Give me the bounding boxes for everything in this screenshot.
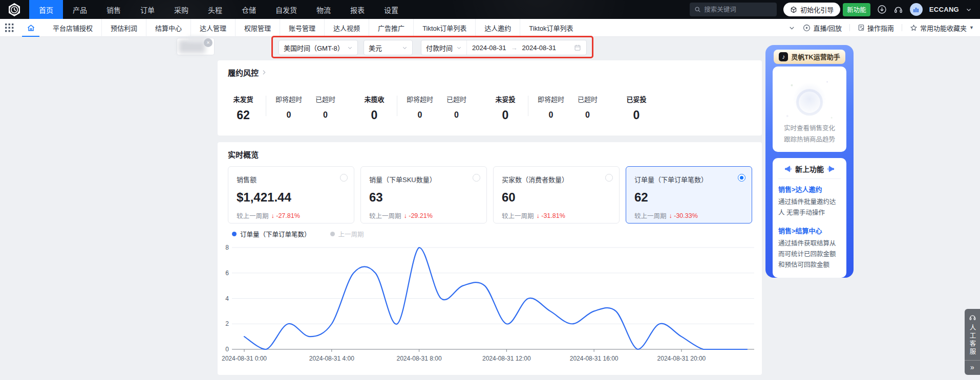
tab-estimated-profit[interactable]: 预估利润 [102, 19, 146, 37]
init-guide-button[interactable]: 初始化引导 [783, 3, 840, 16]
svg-text:4: 4 [225, 295, 229, 302]
top-menu: 首页 产品 销售 订单 采购 头程 仓储 自发货 物流 报表 设置 [29, 0, 408, 19]
stat-about-to-timeout[interactable]: 即将超时0 [275, 94, 302, 122]
svg-text:8: 8 [225, 244, 229, 251]
date-type-select[interactable]: 付款时间 [421, 40, 467, 55]
new-feature-badge: 新功能 [843, 3, 870, 16]
stat-undelivered[interactable]: 未妥投 0 [491, 94, 520, 122]
home-tab[interactable] [20, 19, 41, 37]
down-arrow-icon: ↓ [537, 212, 540, 219]
radio-unchecked[interactable] [605, 174, 613, 182]
top-menu-warehouse[interactable]: 仓储 [232, 0, 266, 19]
down-arrow-icon: ↓ [271, 212, 274, 219]
headset-icon[interactable] [893, 5, 903, 14]
feature-link-creator-invite[interactable]: 销售>达人邀约 [778, 184, 841, 194]
realtime-overview-panel: 实时概览 销售额 $1,421.44 较上一周期↓ -27.81% 销量（下单S… [218, 142, 762, 375]
svg-text:0: 0 [225, 346, 229, 353]
operation-guide-link[interactable]: 操作指南 [858, 23, 894, 33]
stat-group-undelivered: 未妥投 0 即将超时0 已超时0 [491, 94, 622, 122]
radio-checked[interactable] [738, 174, 745, 182]
top-menu-purchase[interactable]: 采购 [164, 0, 198, 19]
live-replay-link[interactable]: 直播/回放 [803, 23, 842, 33]
tab-ad-promotion[interactable]: 广告推广 [369, 19, 414, 37]
new-features-title: 新上功能 [795, 164, 824, 174]
chevron-right-icon [261, 69, 267, 76]
stat-about-to-timeout[interactable]: 即将超时0 [407, 94, 433, 122]
date-filter: 付款时间 2024-08-31 → 2024-08-31 [421, 40, 587, 55]
stat-group-uncollected: 未揽收 0 即将超时0 已超时0 [360, 94, 491, 122]
divider [397, 96, 397, 116]
radio-unchecked[interactable] [473, 174, 480, 182]
search-icon [694, 6, 701, 13]
account-name[interactable]: ECCANG [929, 6, 959, 13]
tab-tiktok-order-list-1[interactable]: Tiktok订单列表 [414, 19, 476, 37]
tab-creator-video[interactable]: 达人视频 [325, 19, 369, 37]
top-menu-reports[interactable]: 报表 [340, 0, 374, 19]
tab-permission-management[interactable]: 权限管理 [236, 19, 280, 37]
top-menu-logistics[interactable]: 物流 [307, 0, 340, 19]
fulfillment-risk-panel: 履约风控 未发货 62 即将超时0 已超时0 未揽收 0 即将超时0 已超时0 [218, 60, 762, 136]
assistant-promo-card[interactable]: 实时查看销售变化 跟踪热销商品趋势 [773, 66, 846, 152]
favorites-link[interactable]: 常用功能收藏夹 ▼ [910, 23, 974, 33]
tab-settlement-center[interactable]: 结算中心 [146, 19, 191, 37]
tab-account-management[interactable]: 账号管理 [280, 19, 325, 37]
currency-select[interactable]: 美元 [364, 40, 413, 55]
stat-delivered[interactable]: 已妥投 0 [622, 94, 651, 122]
legend-previous-period[interactable]: 上一周期 [330, 229, 364, 239]
top-menu-first-leg[interactable]: 头程 [198, 0, 232, 19]
chevron-down-icon [347, 45, 353, 51]
tab-creator-invite[interactable]: 达人邀约 [476, 19, 520, 37]
svg-text:2: 2 [225, 320, 229, 327]
global-search[interactable] [690, 3, 777, 16]
tk-assistant-header[interactable]: ♪ 灵帆TK运营助手 [774, 50, 845, 64]
tab-tiktok-order-list-2[interactable]: Tiktok订单列表 [520, 19, 582, 37]
legend-order-count[interactable]: 订单量（下单订单笔数） [232, 229, 311, 239]
search-input[interactable] [704, 6, 772, 13]
timezone-select[interactable]: 美国时间（GMT-8） [279, 40, 358, 55]
card-buyers[interactable]: 买家数（消费者数量） 60 较上一周期↓ -31.81% [493, 166, 620, 223]
date-range-picker[interactable]: 2024-08-31 → 2024-08-31 [467, 44, 586, 52]
stat-timed-out[interactable]: 已超时0 [446, 94, 466, 122]
store-clear-icon[interactable]: × [204, 38, 212, 47]
card-sku-quantity[interactable]: 销量（下单SKU数量） 63 较上一周期↓ -29.21% [360, 166, 487, 223]
favorites-caret-icon: ▼ [969, 25, 974, 30]
app-logo-icon[interactable] [7, 2, 22, 17]
store-name-redacted [188, 37, 206, 42]
stat-timed-out[interactable]: 已超时0 [578, 94, 598, 122]
stat-uncollected[interactable]: 未揽收 0 [360, 94, 389, 122]
account-chevron-down-icon[interactable] [966, 7, 972, 13]
top-menu-product[interactable]: 产品 [63, 0, 97, 19]
top-menu-settings[interactable]: 设置 [374, 0, 408, 19]
stat-timed-out[interactable]: 已超时0 [315, 94, 335, 122]
new-features-card: 新上功能 销售>达人邀约 通过插件批量邀约达人 无需手动操作 销售>结算中心 通… [773, 158, 846, 278]
top-menu-home[interactable]: 首页 [29, 0, 63, 19]
radio-unchecked[interactable] [340, 174, 348, 182]
tabs-overflow-chevron-icon[interactable] [789, 25, 795, 31]
stat-unshipped[interactable]: 未发货 62 [229, 94, 258, 122]
top-menu-self-fulfillment[interactable]: 自发货 [266, 0, 307, 19]
download-icon[interactable] [877, 5, 887, 14]
avatar[interactable] [910, 3, 923, 16]
tab-creator-management[interactable]: 达人管理 [191, 19, 236, 37]
stat-group-delivered: 已妥投 0 [622, 94, 651, 122]
stat-group-unshipped: 未发货 62 即将超时0 已超时0 [229, 94, 360, 122]
feature-desc: 通过插件批量邀约达人 无需手动操作 [778, 197, 841, 218]
customer-support-widget[interactable]: 人工客服 » [965, 309, 980, 375]
orders-line-chart: 024682024-08-31 0:002024-08-31 4:002024-… [218, 239, 760, 370]
apps-grid-icon[interactable] [5, 24, 14, 32]
fulfillment-title[interactable]: 履约风控 [228, 67, 267, 78]
feature-link-settlement[interactable]: 销售>结算中心 [778, 226, 841, 235]
card-sales-amount[interactable]: 销售额 $1,421.44 较上一周期↓ -27.81% [228, 166, 354, 223]
top-menu-orders[interactable]: 订单 [131, 0, 164, 19]
metric-cards: 销售额 $1,421.44 较上一周期↓ -27.81% 销量（下单SKU数量）… [228, 166, 752, 223]
date-end-value: 2024-08-31 [522, 44, 557, 52]
stat-about-to-timeout[interactable]: 即将超时0 [538, 94, 564, 122]
tab-platform-store-auth[interactable]: 平台店铺授权 [44, 19, 102, 37]
top-nav-right: 初始化引导 新功能 ECCANG [690, 3, 980, 16]
play-circle-icon [803, 24, 811, 32]
top-menu-sales[interactable]: 销售 [97, 0, 131, 19]
collapse-chevrons-icon[interactable]: » [970, 361, 974, 375]
overview-title: 实时概览 [228, 149, 259, 160]
divider [778, 178, 841, 179]
card-order-count[interactable]: 订单量（下单订单笔数） 62 较上一周期↓ -30.33% [626, 166, 752, 223]
